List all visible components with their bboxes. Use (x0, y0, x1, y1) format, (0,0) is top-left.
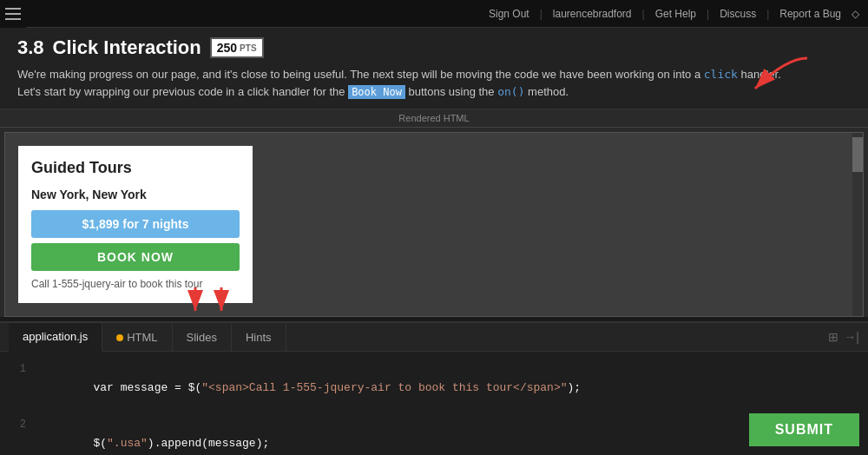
desc-text-4: method. (525, 85, 569, 98)
lesson-title-row: 3.8 Click Interaction 250 PTS (17, 36, 833, 59)
tab-html[interactable]: HTML (102, 324, 172, 351)
book-now-highlight: Book Now (348, 85, 405, 99)
price-button[interactable]: $1,899 for 7 nights (31, 210, 240, 238)
username-link[interactable]: laurencebradford (546, 4, 639, 23)
top-navigation: Sign Out | laurencebradford | Get Help |… (0, 0, 868, 28)
bottom-arrows-annotation (161, 283, 265, 321)
tab-dot-icon (116, 334, 123, 341)
submit-area: SUBMIT (749, 413, 859, 446)
scrollbar[interactable] (852, 133, 863, 316)
card-title: Guided Tours (31, 159, 240, 177)
bottom-arrows-svg (161, 283, 265, 318)
get-help-link[interactable]: Get Help (648, 4, 703, 23)
nav-divider: | (707, 8, 709, 20)
click-link[interactable]: click (704, 68, 738, 81)
tab-html-label: HTML (127, 331, 157, 344)
tabs-row: application.js HTML Slides Hints ⊞ →| (0, 323, 868, 352)
desc-text-1: We're making progress on our page, and i… (17, 68, 704, 81)
nav-divider: | (766, 8, 769, 20)
lesson-name: Click Interaction (53, 36, 201, 59)
hamburger-line (5, 18, 21, 20)
desc-text-3: buttons using the (405, 85, 497, 98)
hamburger-line (5, 8, 21, 10)
diamond-icon: ◇ (852, 8, 859, 20)
hamburger-menu[interactable] (0, 0, 26, 28)
tab-hints[interactable]: Hints (232, 324, 286, 351)
code-editor[interactable]: 1 var message = $("<span>Call 1-555-jque… (0, 352, 868, 455)
nav-divider: | (540, 8, 542, 20)
lesson-description: We're making progress on our page, and i… (17, 66, 799, 100)
tabs-right-icons: ⊞ →| (828, 330, 868, 344)
pts-number: 250 (217, 41, 237, 55)
code-line-2: 2 $(".usa").append(message); (0, 416, 868, 455)
rendered-content-area: Guided Tours New York, New York $1,899 f… (4, 132, 864, 317)
code-text: $(".usa").append(message); (39, 417, 269, 455)
pts-label: PTS (240, 43, 256, 53)
card-location: New York, New York (31, 188, 240, 201)
code-text: var message = $("<span>Call 1-555-jquery… (39, 361, 581, 415)
arrow-svg (746, 54, 816, 97)
hamburger-line (5, 13, 21, 15)
rendered-label: Rendered HTML (0, 109, 868, 128)
scrollbar-thumb[interactable] (852, 137, 863, 172)
discuss-link[interactable]: Discuss (713, 4, 763, 23)
guided-tours-card: Guided Tours New York, New York $1,899 f… (18, 146, 253, 303)
submit-button[interactable]: SUBMIT (749, 413, 859, 446)
book-now-button[interactable]: BOOK NOW (31, 243, 240, 271)
on-method: on() (497, 85, 524, 98)
line-number: 1 (9, 361, 26, 415)
sign-out-link[interactable]: Sign Out (482, 4, 536, 23)
lesson-header: 3.8 Click Interaction 250 PTS We're maki… (0, 28, 868, 109)
arrow-annotation (746, 54, 816, 101)
rendered-panel: Rendered HTML Guided Tours New York, New… (0, 109, 868, 317)
tabs-area: application.js HTML Slides Hints ⊞ →| 1 … (0, 321, 868, 455)
code-line-1: 1 var message = $("<span>Call 1-555-jque… (0, 360, 868, 416)
expand-icon[interactable]: ⊞ (828, 330, 838, 344)
tab-application-js[interactable]: application.js (9, 323, 102, 352)
report-bug-link[interactable]: Report a Bug (773, 4, 848, 23)
shrink-icon[interactable]: →| (844, 330, 859, 344)
pts-badge: 250 PTS (210, 37, 264, 58)
tab-slides[interactable]: Slides (173, 324, 232, 351)
nav-divider: | (642, 8, 645, 20)
lesson-number: 3.8 (17, 36, 44, 59)
line-number: 2 (9, 417, 26, 455)
